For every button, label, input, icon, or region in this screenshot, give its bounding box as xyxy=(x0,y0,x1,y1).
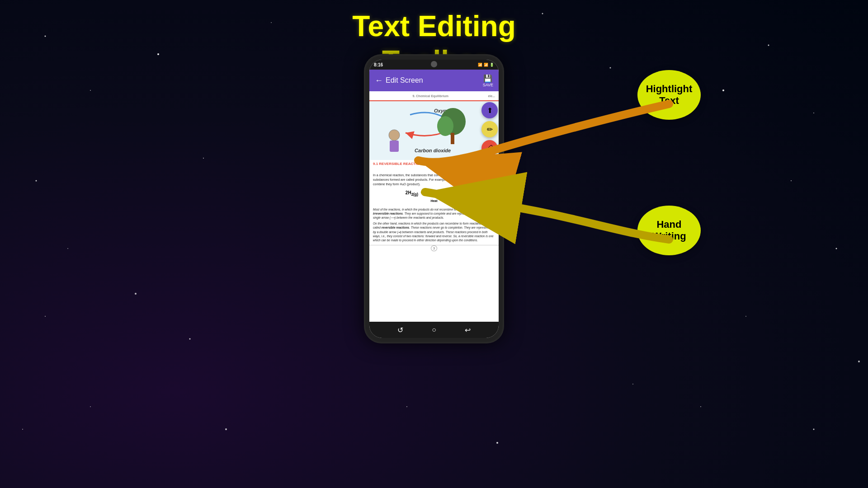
handwriting-bubble-text: HandWriting xyxy=(652,219,686,243)
pen-tool-icon: 🖊 xyxy=(486,144,493,152)
status-bar: 8:16 📶 📶 🔋 xyxy=(369,60,499,70)
undo-icon: ↩ xyxy=(487,163,493,172)
handwriting-annotation: HandWriting xyxy=(637,206,701,255)
illustration-area: Oxygen Carbon dioxide xyxy=(369,101,499,160)
phone-screen: 8:16 📶 📶 🔋 ← Edit Screen 💾 SAVE xyxy=(369,60,499,338)
status-icons: 📶 📶 🔋 xyxy=(478,63,494,67)
screen-title: Edit Screen xyxy=(386,76,423,84)
app-top-bar: ← Edit Screen 💾 SAVE xyxy=(369,70,499,91)
highlight-tool-icon: ✏ xyxy=(487,125,493,134)
nav-back-icon[interactable]: ↩ xyxy=(465,326,471,334)
content-area: 9. Chemical Equilibrium ele... ⬆ ✏ 🖊 xyxy=(369,91,499,322)
chemical-equation: 2H2(g) + O2(g) ⟶ 2H2O(l) Heat xyxy=(373,190,495,204)
svg-rect-32 xyxy=(390,141,399,152)
highlight-bubble: HightlightText xyxy=(637,70,701,120)
highlight-tool-button[interactable]: ✏ xyxy=(481,121,498,137)
bottom-nav: ↺ ○ ↩ xyxy=(369,322,499,338)
undo-button[interactable]: ↩ xyxy=(481,159,498,175)
save-label: SAVE xyxy=(483,83,493,87)
illustration-svg xyxy=(369,101,478,155)
phone-device: 8:16 📶 📶 🔋 ← Edit Screen 💾 SAVE xyxy=(364,54,504,343)
content-para2: Most of the reactions, in which the prod… xyxy=(373,207,495,220)
nav-home-icon[interactable]: ○ xyxy=(432,326,436,334)
chapter-bar: 9. Chemical Equilibrium ele... xyxy=(369,91,499,101)
content-para3: On the other hand, reactions in which th… xyxy=(373,221,495,242)
battery-icon: 🔋 xyxy=(490,63,494,67)
phone-outer: 8:16 📶 📶 🔋 ← Edit Screen 💾 SAVE xyxy=(364,54,504,343)
wifi-icon: 📶 xyxy=(478,63,482,67)
text-content: In a chemical reaction, the substances t… xyxy=(369,170,499,245)
nav-tool-icon: ⬆ xyxy=(487,106,493,115)
pen-tool-button[interactable]: 🖊 xyxy=(481,140,498,156)
highlight-annotation: HightlightText xyxy=(637,70,701,120)
back-button[interactable]: ← xyxy=(375,76,383,85)
chapter-title: 9. Chemical Equilibrium xyxy=(413,94,448,98)
nav-tool-button[interactable]: ⬆ xyxy=(481,102,498,118)
status-time: 8:16 xyxy=(374,62,383,67)
page-number: 3 xyxy=(369,245,499,251)
chapter-tab: ele... xyxy=(488,94,495,98)
nav-refresh-icon[interactable]: ↺ xyxy=(397,326,403,334)
svg-point-31 xyxy=(389,130,400,141)
svg-rect-35 xyxy=(451,133,454,144)
highlight-bubble-text: HightlightText xyxy=(646,83,693,107)
signal-icon: 📶 xyxy=(484,63,488,67)
handwriting-bubble: HandWriting xyxy=(637,206,701,255)
redo-button[interactable]: ↪ xyxy=(481,178,498,194)
redo-icon: ↪ xyxy=(487,182,493,191)
float-toolbar: ⬆ ✏ 🖊 ↩ ↪ xyxy=(481,102,498,194)
save-button[interactable]: 💾 SAVE xyxy=(483,74,493,87)
content-para1: In a chemical reaction, the substances t… xyxy=(373,173,495,186)
save-icon: 💾 xyxy=(483,74,492,83)
section-title: 9.1 REVERSIBLE REACTION AND DYNAMIC EQUI… xyxy=(373,162,495,166)
section-header: 9.1 REVERSIBLE REACTION AND DYNAMIC EQUI… xyxy=(369,160,499,170)
